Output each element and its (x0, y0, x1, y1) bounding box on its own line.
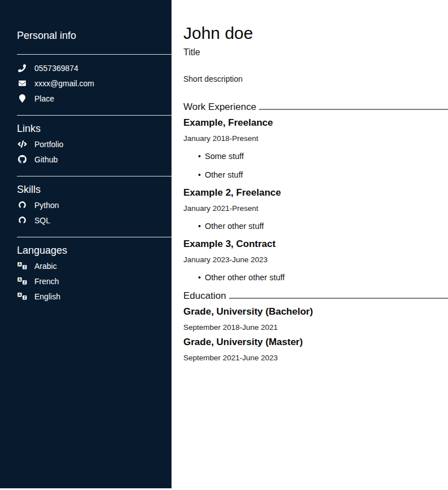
place-value: Place (34, 94, 54, 103)
bullet-item: Other other stuff (205, 222, 448, 231)
section-rule (259, 109, 448, 110)
skill-label: SQL (34, 216, 50, 225)
edu-title: Grade, University (Master) (183, 337, 448, 348)
bullet-item: Other stuff (205, 170, 448, 179)
links-section: Links Portfolio Github (0, 122, 172, 167)
job-bullets: Other other other stuff (183, 273, 448, 282)
edu-date: September 2018-June 2021 (183, 323, 448, 332)
language-label: English (34, 292, 60, 301)
person-name: John doe (183, 24, 448, 43)
phone-icon (17, 64, 27, 72)
email-row: xxxx@gmail.com (0, 76, 172, 91)
language-label: French (34, 277, 59, 286)
code-icon (17, 140, 27, 148)
github-link-label: Github (34, 155, 58, 164)
work-experience-title: Work Experience (183, 101, 256, 113)
svg-text:A: A (18, 277, 21, 281)
location-icon (17, 94, 27, 103)
language-row: AZ English (0, 289, 172, 304)
edu-entry: Grade, University (Bachelor) September 2… (183, 306, 448, 332)
job-title: Example 3, Contract (183, 239, 448, 250)
language-label: Arabic (34, 262, 57, 271)
section-rule (229, 298, 448, 299)
work-experience-header: Work Experience (183, 101, 448, 113)
job-bullets: Other other stuff (183, 222, 448, 231)
job-title: Example, Freelance (183, 117, 448, 129)
education-header: Education (183, 290, 448, 302)
svg-text:A: A (18, 262, 21, 266)
job-date: January 2018-Present (183, 134, 448, 143)
language-row: AZ Arabic (0, 258, 172, 273)
sidebar-divider (17, 237, 172, 237)
short-description: Short description (183, 74, 448, 84)
language-icon: AZ (17, 277, 27, 285)
svg-text:Z: Z (23, 295, 25, 299)
job-date: January 2021-Present (183, 204, 448, 213)
sidebar-divider (17, 176, 172, 176)
language-icon: AZ (17, 293, 27, 300)
portfolio-link-label: Portfolio (34, 140, 63, 149)
sidebar: Personal info 0557369874 xxxx@gmail.com … (0, 0, 172, 488)
edu-date: September 2021-June 2023 (183, 354, 448, 363)
svg-text:A: A (18, 293, 21, 297)
phone-value: 0557369874 (34, 64, 78, 73)
sidebar-divider (17, 115, 172, 116)
education-title: Education (183, 290, 226, 302)
person-title: Title (183, 47, 448, 58)
edu-entry: Grade, University (Master) September 202… (183, 337, 448, 363)
job-bullets: Some stuff Other stuff (183, 152, 448, 179)
link-row-github[interactable]: Github (0, 152, 172, 167)
svg-text:Z: Z (23, 265, 25, 269)
language-row: AZ French (0, 273, 172, 289)
envelope-icon (17, 80, 27, 87)
links-heading: Links (0, 122, 172, 135)
job-entry: Example 3, Contract January 2023-June 20… (183, 239, 448, 282)
skills-heading: Skills (0, 183, 172, 196)
personal-info-section: Personal info 0557369874 xxxx@gmail.com … (0, 0, 172, 106)
job-entry: Example, Freelance January 2018-Present … (183, 117, 448, 179)
circle-notch-icon (17, 216, 27, 224)
place-row: Place (0, 91, 172, 106)
email-value: xxxx@gmail.com (34, 79, 94, 88)
skill-label: Python (34, 201, 59, 210)
link-row-portfolio[interactable]: Portfolio (0, 136, 172, 152)
edu-title: Grade, University (Bachelor) (183, 306, 448, 317)
sidebar-divider (17, 54, 172, 55)
skills-section: Skills Python SQL (0, 183, 172, 228)
main-content: John doe Title Short description Work Ex… (172, 0, 448, 490)
language-icon: AZ (17, 262, 27, 270)
bullet-item: Other other other stuff (205, 273, 448, 282)
job-date: January 2023-June 2023 (183, 255, 448, 264)
languages-heading: Languages (0, 244, 172, 257)
circle-notch-icon (17, 201, 27, 209)
languages-section: Languages AZ Arabic AZ French AZ English (0, 244, 172, 304)
personal-info-heading: Personal info (0, 0, 172, 42)
skill-row: SQL (0, 213, 172, 228)
github-icon (17, 155, 27, 164)
skill-row: Python (0, 197, 172, 213)
bullet-item: Some stuff (205, 152, 448, 161)
job-entry: Example 2, Freelance January 2021-Presen… (183, 187, 448, 231)
svg-text:Z: Z (23, 280, 25, 284)
job-title: Example 2, Freelance (183, 187, 448, 198)
phone-row: 0557369874 (0, 60, 172, 76)
